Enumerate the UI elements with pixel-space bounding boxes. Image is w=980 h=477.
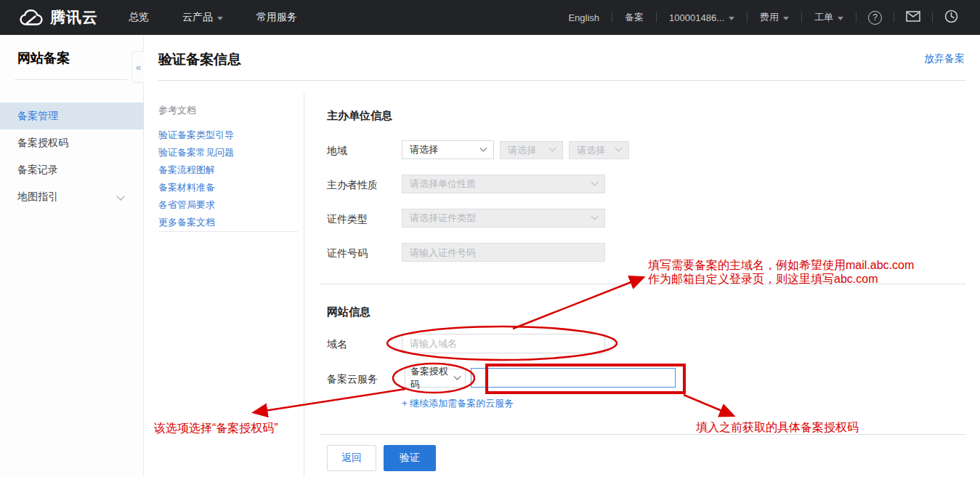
tencent-cloud-logo[interactable]: 腾讯云 — [19, 7, 98, 28]
doc-link-more[interactable]: 更多备案文档 — [158, 216, 215, 229]
page: 腾讯云 总览 云产品 常用服务 English 备案 100001486... … — [0, 0, 980, 477]
cloud-logo-icon — [19, 9, 44, 27]
sidebar-item-beian-auth-code[interactable]: 备案授权码 — [0, 129, 144, 156]
section-website-info: 网站信息 — [327, 305, 370, 319]
organizer-nature-label: 主办者性质 — [327, 179, 378, 192]
cert-number-label: 证件号码 — [327, 247, 368, 260]
topbar-right: English 备案 100001486... 费用 工单 ? — [556, 9, 970, 26]
chevron-down-icon — [116, 192, 124, 200]
help-icon: ? — [868, 11, 882, 25]
sidebar-title: 网站备案 — [17, 49, 70, 67]
organizer-nature-select: 请选择单位性质 — [402, 175, 605, 193]
region-select-province[interactable]: 请选择 — [402, 140, 494, 159]
nav-overview[interactable]: 总览 — [129, 11, 149, 24]
chevron-down-icon — [549, 145, 556, 152]
cloud-service-type-select[interactable]: 备案授权码 — [405, 369, 466, 388]
auth-code-input[interactable] — [471, 368, 676, 388]
sidebar: 网站备案 备案管理 备案授权码 备案记录 地图指引 — [0, 35, 144, 477]
back-button[interactable]: 返回 — [327, 445, 376, 471]
domain-input[interactable] — [402, 334, 605, 353]
annotation-note-service-select: 该选项选择“备案授权码” — [154, 421, 278, 435]
sidebar-item-map-guide[interactable]: 地图指引 — [0, 183, 144, 210]
annotation-arrow-service-select — [255, 389, 405, 412]
divider — [158, 80, 966, 81]
divider — [15, 79, 128, 80]
domain-label: 域名 — [327, 338, 347, 351]
doc-link-process[interactable]: 备案流程图解 — [158, 164, 215, 177]
annotation-arrow-domain — [513, 278, 642, 329]
dropdown-caret-icon — [783, 17, 789, 20]
cert-number-input — [402, 243, 605, 262]
brand-name: 腾讯云 — [50, 7, 98, 28]
chevron-down-icon — [591, 178, 599, 185]
dropdown-caret-icon — [729, 17, 734, 20]
help-button[interactable]: ? — [857, 11, 894, 25]
clock-icon — [944, 9, 958, 26]
history-button[interactable] — [933, 9, 970, 26]
nav-beian[interactable]: 备案 — [612, 11, 656, 24]
divider — [158, 231, 298, 232]
divider — [320, 284, 966, 284]
cert-type-label: 证件类型 — [327, 213, 368, 226]
nav-common-services[interactable]: 常用服务 — [256, 11, 297, 24]
divider — [320, 434, 966, 435]
region-label: 地域 — [327, 145, 347, 158]
annotation-note-auth-code: 填入之前获取的具体备案授权码 — [696, 420, 859, 434]
dropdown-caret-icon — [217, 17, 223, 20]
region-select-district: 请选择 — [569, 141, 629, 159]
add-cloud-service-link[interactable]: + 继续添加需备案的云服务 — [402, 397, 514, 410]
sidebar-menu: 备案管理 备案授权码 备案记录 地图指引 — [0, 103, 144, 210]
reference-docs-title: 参考文档 — [158, 104, 196, 117]
page-title: 验证备案信息 — [158, 50, 241, 69]
mail-icon — [906, 11, 920, 25]
chevron-down-icon — [615, 145, 623, 152]
annotation-note-domain: 填写需要备案的主域名，例如希望使用mail.abc.com 作为邮箱自定义登录页… — [648, 258, 914, 286]
ticket-menu[interactable]: 工单 — [802, 11, 856, 24]
verify-button[interactable]: 验证 — [384, 445, 436, 471]
region-select-city: 请选择 — [500, 141, 563, 159]
cert-type-select: 请选择证件类型 — [402, 209, 605, 228]
account-menu[interactable]: 100001486... — [657, 12, 747, 23]
sidebar-item-beian-management[interactable]: 备案管理 — [0, 103, 144, 129]
doc-link-faq[interactable]: 验证备案常见问题 — [158, 146, 234, 159]
doc-link-provincial[interactable]: 各省管局要求 — [158, 199, 215, 212]
doc-link-type-guide[interactable]: 验证备案类型引导 — [158, 129, 234, 142]
topbar: 腾讯云 总览 云产品 常用服务 English 备案 100001486... … — [0, 0, 980, 35]
topnav: 总览 云产品 常用服务 — [129, 11, 331, 24]
nav-cloud-products[interactable]: 云产品 — [182, 11, 223, 24]
abandon-beian-link[interactable]: 放弃备案 — [924, 52, 965, 65]
dropdown-caret-icon — [838, 17, 843, 20]
chevron-down-icon — [591, 212, 599, 220]
doc-link-materials[interactable]: 备案材料准备 — [158, 181, 215, 194]
chevron-down-icon — [480, 144, 487, 151]
sidebar-collapse-button[interactable]: « — [131, 51, 145, 83]
annotation-arrow-auth-code — [684, 395, 732, 415]
fee-menu[interactable]: 费用 — [748, 11, 801, 24]
sidebar-item-beian-records[interactable]: 备案记录 — [0, 156, 144, 183]
cloud-service-label: 备案云服务 — [327, 373, 378, 386]
divider — [304, 93, 304, 477]
language-switch[interactable]: English — [556, 12, 612, 23]
section-organizer-info: 主办单位信息 — [327, 109, 392, 123]
message-button[interactable] — [894, 11, 932, 25]
